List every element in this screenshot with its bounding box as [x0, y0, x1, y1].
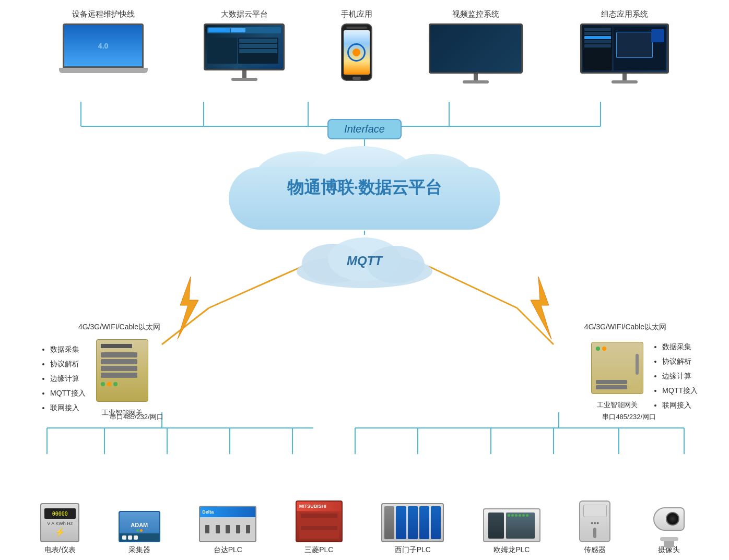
meter-illustration: 00000 V A KWh Hz ⚡: [40, 503, 79, 542]
scada-screen: [580, 23, 669, 74]
bigdata-label: 大数据云平台: [221, 9, 268, 19]
diagram-container: 设备远程维护快线 4.0 大数据云平台: [0, 0, 729, 560]
feature-list-left: 数据采集 协议解析 边缘计算 MQTT接入 联网接入: [42, 342, 86, 415]
omron-led-2: [511, 514, 514, 517]
c-led-2: [140, 529, 143, 532]
phone-screen: [344, 30, 370, 75]
network-label-left: 4G/3G/WIFI/Cable以太网: [78, 323, 160, 332]
gateway-r-leds: [596, 347, 606, 351]
plc-mitsubishi-label: 三菱PLC: [304, 545, 333, 555]
gateway-right-group: 工业智能网关: [591, 342, 643, 410]
collector-ports: [120, 533, 159, 541]
c-led-1: [136, 529, 139, 532]
video-base: [463, 80, 489, 84]
lightning-right: [525, 277, 557, 339]
feature-right-2: 边缘计算: [662, 368, 698, 383]
meter-units: V A KWh Hz: [47, 521, 73, 526]
col-port-3: [134, 535, 138, 540]
led-3: [113, 382, 117, 386]
collector-leds: [136, 529, 143, 532]
adam-text: ADAM: [131, 522, 148, 528]
feature-left-3: MQTT接入: [50, 386, 86, 400]
phone-speaker: [346, 27, 367, 29]
mits-brand: MITSUBISHI: [299, 504, 326, 509]
omron-led-5: [522, 514, 525, 517]
laptop-screen: 4.0: [63, 23, 144, 68]
bigdata-stand: [242, 70, 246, 78]
feature-left-4: 联网接入: [50, 400, 86, 415]
sensor-reading: ●●●: [591, 520, 599, 526]
plc-d-port-4: [236, 525, 240, 533]
bigdata-inner: [205, 25, 283, 69]
gateway-ports: [101, 352, 137, 378]
plc-delta-bottom: [200, 517, 255, 541]
bigdata-screen: [204, 23, 285, 70]
device-plc-mitsubishi: MITSUBISHI 三菱PLC: [296, 501, 343, 555]
gateway-port-4: [101, 373, 137, 378]
video-inner: [430, 25, 521, 72]
video-screen: [429, 23, 523, 74]
feature-right-1: 协议解析: [662, 354, 698, 368]
plc-d-port-5: [246, 525, 250, 533]
meter-display: 00000: [44, 508, 76, 519]
omron-mod-2: [506, 513, 535, 539]
interface-box: Interface: [327, 119, 402, 139]
cloud-platform-text: 物通博联·数据云平台: [287, 176, 442, 199]
lightning-left: [172, 277, 204, 339]
omron-led-1: [508, 514, 510, 517]
top-devices-row: 设备远程维护快线 4.0 大数据云平台: [0, 0, 729, 84]
gateway-r-port-1: [596, 380, 627, 384]
svg-marker-35: [178, 277, 198, 339]
device-plc-omron: 欧姆龙PLC: [483, 508, 540, 555]
device-laptop: 设备远程维护快线 4.0: [59, 9, 148, 78]
collector-illustration: ADAM: [119, 511, 160, 542]
laptop-base: [59, 68, 148, 73]
gateway-antenna: [101, 344, 132, 348]
omron-led-6: [526, 514, 528, 517]
bigdata-monitor: [203, 23, 286, 84]
feature-right-0: 数据采集: [662, 339, 698, 354]
camera-mount: [664, 541, 674, 547]
siemens-mod-4: [431, 506, 441, 539]
sensor-illustration: ●●●: [579, 501, 610, 542]
cloud-platform: 物通博联·数据云平台: [213, 146, 516, 230]
gateway-section-right: 工业智能网关 数据采集 协议解析 边缘计算 MQTT接入 联网接入: [591, 339, 698, 412]
device-plc-siemens: 西门子PLC: [381, 503, 444, 555]
gateway-right-device: [591, 342, 643, 394]
sensor-label: 传感器: [584, 545, 606, 555]
plc-siemens-illustration: [381, 503, 444, 542]
device-bigdata: 大数据云平台: [203, 9, 286, 84]
laptop-screen-inner: 4.0: [64, 25, 142, 66]
camera-illustration: [650, 506, 689, 542]
cloud-shape: 物通博联·数据云平台: [213, 146, 516, 230]
phone-label: 手机应用: [341, 9, 372, 19]
gateway-r-antenna: [636, 354, 639, 375]
lightning-left-svg: [172, 277, 204, 339]
interface-label: Interface: [344, 123, 385, 135]
siemens-mod-2: [408, 506, 418, 539]
device-meter: 00000 V A KWh Hz ⚡ 电表/仪表: [40, 503, 79, 555]
meter-bolt: ⚡: [55, 527, 65, 537]
scada-label: 组态应用系统: [601, 9, 648, 19]
gateway-port-2: [101, 359, 137, 364]
mits-topbar: MITSUBISHI: [297, 502, 342, 511]
mits-body: [299, 512, 339, 539]
camera-base: [660, 537, 678, 541]
video-stand: [474, 74, 478, 80]
phone-chart: [347, 43, 366, 62]
feature-list-right: 数据采集 协议解析 边缘计算 MQTT接入 联网接入: [654, 339, 698, 412]
video-label: 视频监控系统: [452, 9, 499, 19]
video-monitor: [427, 23, 524, 84]
plc-delta-label: 台达PLC: [214, 545, 242, 555]
serial-label-right: 串口485/232/网口: [602, 412, 656, 422]
gateway-section-left: 数据采集 协议解析 边缘计算 MQTT接入 联网接入: [42, 339, 148, 418]
phone-illustration: [341, 23, 372, 81]
scada-base: [612, 80, 638, 84]
mits-row-1: [301, 514, 337, 518]
camera-body-group: [653, 507, 685, 541]
plc-delta-illustration: Delta: [199, 506, 256, 542]
device-scada: 组态应用系统: [579, 9, 670, 84]
gateway-r-port-2: [596, 385, 627, 389]
device-video: 视频监控系统: [427, 9, 524, 84]
feature-right-4: 联网接入: [662, 398, 698, 412]
